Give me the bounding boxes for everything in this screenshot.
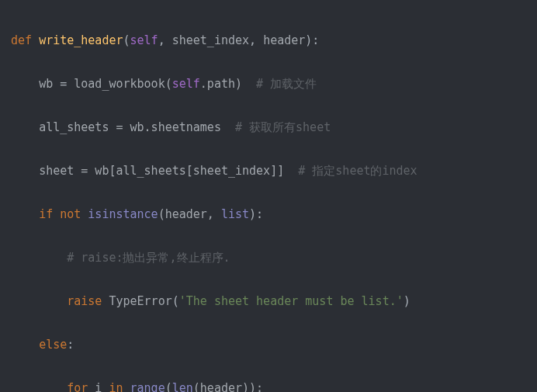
comment: # 指定sheet的index	[298, 164, 417, 178]
code-line[interactable]: sheet = wb[all_sheets[sheet_index]] # 指定…	[11, 160, 537, 182]
keyword-else: else	[39, 338, 67, 352]
self-param: self	[130, 33, 158, 47]
builtin-isinstance: isinstance	[88, 207, 158, 221]
string-literal: The sheet header must be list.	[186, 294, 397, 308]
keyword-def: def	[11, 33, 32, 47]
code-line[interactable]: # raise:抛出异常,终止程序.	[11, 247, 537, 269]
code-line[interactable]: for i in range(len(header)):	[11, 377, 537, 392]
code-line[interactable]: if not isinstance(header, list):	[11, 203, 537, 225]
keyword-if: if	[39, 207, 53, 221]
builtin-len: len	[172, 381, 193, 392]
code-line[interactable]: all_sheets = wb.sheetnames # 获取所有sheet	[11, 116, 537, 138]
keyword-raise: raise	[67, 294, 102, 308]
code-line[interactable]: wb = load_workbook(self.path) # 加载文件	[11, 73, 537, 95]
keyword-in: in	[109, 381, 123, 392]
code-line[interactable]: def write_header(self, sheet_index, head…	[11, 29, 537, 51]
function-name: write_header	[39, 33, 123, 47]
comment: # raise:抛出异常,终止程序.	[67, 251, 230, 265]
keyword-not: not	[60, 207, 81, 221]
code-line[interactable]: raise TypeError('The sheet header must b…	[11, 290, 537, 312]
builtin-list: list	[221, 207, 249, 221]
code-editor[interactable]: def write_header(self, sheet_index, head…	[0, 0, 537, 392]
comment: # 加载文件	[256, 77, 317, 91]
comment: # 获取所有sheet	[235, 120, 331, 134]
keyword-for: for	[67, 381, 88, 392]
builtin-range: range	[130, 381, 165, 392]
code-line[interactable]: else:	[11, 334, 537, 356]
